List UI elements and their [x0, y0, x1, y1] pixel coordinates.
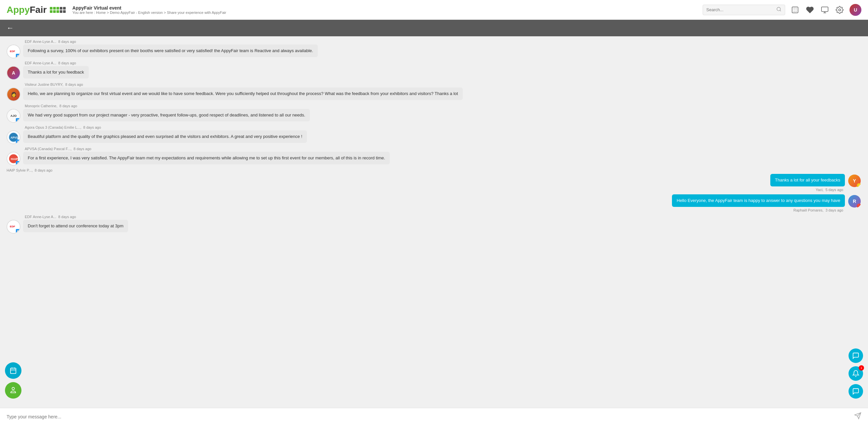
- message-row: AJO 📋 We had very good support from our …: [7, 109, 861, 123]
- message-input[interactable]: [7, 414, 851, 419]
- avatar: 👩: [7, 88, 21, 101]
- contacts-icon[interactable]: [790, 5, 800, 15]
- message-block: Y ⭐ Thanks a lot for all your feedbacks …: [7, 174, 861, 192]
- search-bar[interactable]: [703, 5, 785, 15]
- logo-dot: [60, 7, 62, 9]
- avatar-badge: 📋: [16, 54, 21, 58]
- message-row: EDF 📋 Following a survey, 100% of our ex…: [7, 44, 861, 58]
- person-button[interactable]: [5, 382, 22, 399]
- message-bubble: Hello Everyone, the AppyFair team is hap…: [672, 194, 845, 207]
- svg-rect-2: [792, 7, 798, 13]
- user-avatar[interactable]: U: [849, 4, 861, 16]
- messages-area: EDF Anne-Lyse A... 8 days ago EDF 📋: [0, 36, 868, 408]
- favorites-icon[interactable]: [805, 5, 815, 15]
- message-bubble: For a first experience, I was very satis…: [23, 152, 390, 164]
- left-floating-buttons: [5, 362, 22, 399]
- avatar: A: [7, 66, 21, 80]
- back-button[interactable]: ←: [7, 24, 14, 32]
- settings-icon[interactable]: [835, 5, 844, 15]
- message-row: Y ⭐ Thanks a lot for all your feedbacks: [7, 174, 861, 188]
- avatar: EDF 📋: [7, 220, 21, 234]
- chat-bubble-button[interactable]: [848, 349, 863, 363]
- yael-avatar: Y ⭐: [848, 174, 861, 187]
- message-bubble: We had very good support from our projec…: [23, 109, 310, 122]
- sender-name: Agora Opus 3 (Canada) Emilie L...,: [25, 125, 81, 129]
- avatar-badge: 📋: [16, 229, 21, 234]
- logo-dot: [50, 10, 53, 13]
- message-time: 8 days ago: [35, 168, 53, 172]
- search-input[interactable]: [706, 7, 776, 12]
- message-meta: Agora Opus 3 (Canada) Emilie L..., 8 day…: [25, 125, 861, 129]
- sender-name: Raphaël Pomares,: [794, 208, 824, 212]
- message-meta: EDF Anne-Lyse A... 8 days ago: [25, 215, 861, 219]
- message-meta: APVSA (Canada) Pascal F..., 8 days ago: [25, 147, 861, 151]
- avatar: AJO 📋: [7, 109, 21, 123]
- message-time: 8 days ago: [65, 83, 83, 87]
- notification-badge: 1: [859, 365, 864, 370]
- message-row: APVS 📋 Beautiful platform and the qualit…: [7, 130, 861, 144]
- input-area: [0, 408, 868, 425]
- message-time: 8 days ago: [58, 215, 76, 219]
- send-button[interactable]: [854, 412, 861, 421]
- avatar: EDF 📋: [7, 44, 21, 58]
- message-block: EDF Anne-Lyse A... 8 days ago A Thanks a…: [7, 61, 861, 80]
- messages-button[interactable]: [848, 384, 863, 399]
- logo-dot: [63, 10, 66, 13]
- message-time: 8 days ago: [73, 147, 91, 151]
- message-meta: Visiteur Justine BUYRY, 8 days ago: [25, 83, 861, 87]
- sender-name: Yaci,: [816, 188, 824, 192]
- logo-dot: [56, 10, 59, 13]
- message-block: APVSA (Canada) Pascal F..., 8 days ago H…: [7, 147, 861, 166]
- message-time: 8 days ago: [58, 40, 76, 43]
- raphael-avatar: R 🔴: [848, 195, 861, 207]
- message-row: R 🔴 Hello Everyone, the AppyFair team is…: [7, 194, 861, 208]
- avatar-badge: 📋: [16, 161, 21, 166]
- notification-button[interactable]: 1: [848, 366, 863, 381]
- sender-name: EDF Anne-Lyse A...: [25, 40, 56, 43]
- logo-dot: [63, 7, 66, 9]
- avatar-badge: 📋: [16, 139, 21, 144]
- header: AppyFair AppyFair Virtual event You are …: [0, 0, 868, 20]
- avatar-badge: ⭐: [857, 183, 861, 188]
- message-block: R 🔴 Hello Everyone, the AppyFair team is…: [7, 194, 861, 212]
- logo: AppyFair: [7, 5, 66, 15]
- avatar: Y ⭐: [847, 174, 861, 188]
- sender-name: Monoprix Catherine,: [25, 104, 57, 108]
- svg-line-1: [780, 10, 781, 11]
- svg-rect-15: [10, 368, 16, 374]
- header-info: AppyFair Virtual event You are here : Ho…: [72, 5, 703, 14]
- calendar-button[interactable]: [5, 362, 22, 379]
- search-icon: [776, 7, 781, 13]
- message-time: 8 days ago: [83, 125, 101, 129]
- message-row: EDF 📋 Don't forget to attend our confere…: [7, 220, 861, 234]
- message-block: Agora Opus 3 (Canada) Emilie L..., 8 day…: [7, 125, 861, 144]
- message-time: 5 days ago: [826, 188, 843, 192]
- message-meta: HAIP Sylvie P..., 8 days ago: [7, 168, 861, 172]
- svg-rect-3: [822, 7, 828, 11]
- logo-dot: [50, 7, 53, 9]
- message-meta: Raphaël Pomares, 3 days ago: [7, 208, 843, 212]
- sender-name: EDF Anne-Lyse A...: [25, 61, 56, 65]
- message-row: HAIP 📋 For a first experience, I was ver…: [7, 152, 861, 166]
- message-bubble: Beautiful platform and the quality of th…: [23, 130, 307, 143]
- sender-name: APVSA (Canada) Pascal F...,: [25, 147, 72, 151]
- sender-name: EDF Anne-Lyse A...: [25, 215, 56, 219]
- svg-text:EDF: EDF: [10, 50, 15, 53]
- screen-icon[interactable]: [820, 5, 830, 15]
- message-block: Monoprix Catherine, 8 days ago AJO 📋 We …: [7, 104, 861, 123]
- nav-bar: ←: [0, 20, 868, 36]
- avatar: HAIP 📋: [7, 152, 21, 166]
- message-meta: Yaci, 5 days ago: [7, 188, 843, 192]
- message-row: 👩 Hello, we are planning to organize our…: [7, 88, 861, 101]
- right-floating-buttons: 1: [848, 349, 863, 399]
- avatar: APVS 📋: [7, 130, 21, 144]
- logo-appy: Appy: [7, 5, 30, 15]
- logo-dot: [53, 7, 56, 9]
- message-bubble: Thanks a lot for all your feedbacks: [770, 174, 845, 187]
- svg-point-4: [839, 9, 841, 11]
- message-bubble: Don't forget to attend our conference to…: [23, 220, 128, 232]
- message-meta: EDF Anne-Lyse A... 8 days ago: [25, 61, 861, 65]
- message-block: Visiteur Justine BUYRY, 8 days ago 👩 Hel…: [7, 83, 861, 101]
- message-meta: EDF Anne-Lyse A... 8 days ago: [25, 40, 861, 43]
- message-time: 3 days ago: [826, 208, 843, 212]
